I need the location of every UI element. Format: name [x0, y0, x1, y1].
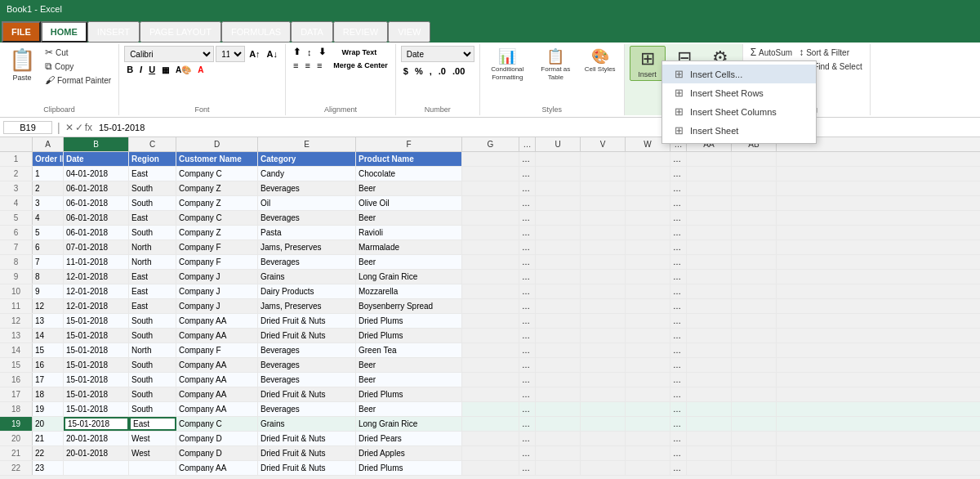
- cell-category[interactable]: Category: [258, 152, 356, 166]
- cell-product[interactable]: Dried Pears: [356, 432, 462, 445]
- cell-v[interactable]: [581, 196, 626, 210]
- cell-customer[interactable]: Company J: [176, 284, 258, 298]
- table-row[interactable]: 12 13 15-01-2018 South Company AA Dried …: [0, 314, 980, 329]
- align-middle-btn[interactable]: ↕: [305, 47, 314, 58]
- number-format-select[interactable]: Date: [401, 46, 474, 62]
- cell-ab[interactable]: [732, 152, 777, 166]
- cell-product[interactable]: Chocolate: [356, 167, 462, 181]
- cell-g[interactable]: [462, 402, 519, 416]
- cell-u[interactable]: [536, 152, 581, 166]
- cell-v[interactable]: [581, 373, 626, 387]
- cell-g[interactable]: [462, 387, 519, 401]
- cell-product[interactable]: Long Grain Rice: [356, 270, 462, 284]
- cell-category[interactable]: Dried Fruit & Nuts: [258, 387, 356, 401]
- cell-category[interactable]: Beverages: [258, 358, 356, 372]
- cell-u[interactable]: [536, 196, 581, 210]
- percent-btn[interactable]: %: [412, 65, 425, 77]
- border-btn[interactable]: ▦: [159, 65, 172, 75]
- cell-v[interactable]: [581, 270, 626, 284]
- col-header-d[interactable]: D: [176, 137, 258, 151]
- copy-button[interactable]: ⧉Copy: [42, 60, 114, 73]
- cell-product[interactable]: Dried Plums: [356, 314, 462, 328]
- cell-v[interactable]: [581, 314, 626, 328]
- col-header-v[interactable]: V: [581, 137, 626, 151]
- cell-w[interactable]: [626, 343, 670, 357]
- cell-date[interactable]: 12-01-2018: [64, 284, 129, 298]
- increase-decimal-btn[interactable]: .0: [436, 65, 448, 77]
- font-name-select[interactable]: Calibri: [124, 46, 214, 62]
- cell-product[interactable]: Mozzarella: [356, 284, 462, 298]
- italic-btn[interactable]: I: [137, 64, 145, 75]
- cell-customer[interactable]: Company J: [176, 270, 258, 284]
- cell-date[interactable]: 15-01-2018: [64, 329, 129, 342]
- cell-region[interactable]: [129, 461, 176, 475]
- tab-insert[interactable]: INSERT: [87, 21, 140, 43]
- cell-aa[interactable]: [687, 270, 732, 284]
- cell-ab[interactable]: [732, 358, 777, 372]
- font-size-select[interactable]: 11: [216, 46, 245, 62]
- cell-w[interactable]: [626, 299, 670, 313]
- cell-order-id[interactable]: 23: [33, 461, 64, 475]
- cell-product[interactable]: Dried Plums: [356, 461, 462, 475]
- table-row[interactable]: 4 3 06-01-2018 South Company Z Oil Olive…: [0, 196, 980, 211]
- cell-v[interactable]: [581, 461, 626, 475]
- cell-v[interactable]: [581, 432, 626, 445]
- menu-item-insert-cells[interactable]: ⊞ Insert Cells...: [662, 65, 816, 83]
- formula-input[interactable]: [96, 122, 977, 133]
- cell-region[interactable]: North: [129, 343, 176, 357]
- cell-date[interactable]: Date: [64, 152, 129, 166]
- cell-aa[interactable]: [687, 152, 732, 166]
- decrease-decimal-btn[interactable]: .00: [450, 65, 467, 77]
- cell-g[interactable]: [462, 284, 519, 298]
- cell-g[interactable]: [462, 240, 519, 254]
- table-row[interactable]: 16 17 15-01-2018 South Company AA Bevera…: [0, 373, 980, 387]
- cell-aa[interactable]: [687, 373, 732, 387]
- cell-date[interactable]: 07-01-2018: [64, 240, 129, 254]
- cell-ab[interactable]: [732, 387, 777, 401]
- cell-category[interactable]: Beverages: [258, 181, 356, 195]
- table-row[interactable]: 1 Order ID Date Region Customer Name Cat…: [0, 152, 980, 167]
- cell-order-id[interactable]: 16: [33, 358, 64, 372]
- cell-g[interactable]: [462, 167, 519, 181]
- tab-formulas[interactable]: FORMULAS: [221, 21, 291, 43]
- bold-btn[interactable]: B: [124, 64, 136, 75]
- cell-aa[interactable]: [687, 196, 732, 210]
- cell-g[interactable]: [462, 181, 519, 195]
- font-color-btn[interactable]: A: [195, 65, 206, 75]
- cell-product[interactable]: Green Tea: [356, 343, 462, 357]
- table-row[interactable]: 8 7 11-01-2018 North Company F Beverages…: [0, 255, 980, 270]
- underline-btn[interactable]: U: [146, 64, 158, 75]
- cell-date[interactable]: 06-01-2018: [64, 181, 129, 195]
- cell-v[interactable]: [581, 417, 626, 431]
- cell-aa[interactable]: [687, 402, 732, 416]
- cell-w[interactable]: [626, 402, 670, 416]
- cell-aa[interactable]: [687, 167, 732, 181]
- cell-product[interactable]: Beer: [356, 373, 462, 387]
- cell-g[interactable]: [462, 299, 519, 313]
- cell-ab[interactable]: [732, 417, 777, 431]
- cell-customer[interactable]: Company D: [176, 446, 258, 460]
- conditional-formatting-btn[interactable]: 📊 Conditional Formatting: [485, 46, 530, 83]
- cell-order-id[interactable]: 3: [33, 196, 64, 210]
- tab-home[interactable]: HOME: [41, 21, 87, 43]
- cell-order-id[interactable]: 7: [33, 255, 64, 269]
- cell-customer[interactable]: Company C: [176, 211, 258, 225]
- cell-v[interactable]: [581, 402, 626, 416]
- cell-region[interactable]: South: [129, 402, 176, 416]
- cell-category[interactable]: Beverages: [258, 402, 356, 416]
- cell-g[interactable]: [462, 270, 519, 284]
- table-row[interactable]: 5 4 06-01-2018 East Company C Beverages …: [0, 211, 980, 226]
- table-row[interactable]: 19 20 15-01-2018 East Company C Grains L…: [0, 417, 980, 432]
- cell-w[interactable]: [626, 329, 670, 342]
- cell-date[interactable]: 06-01-2018: [64, 226, 129, 239]
- format-painter-button[interactable]: 🖌Format Painter: [42, 74, 114, 87]
- cell-product[interactable]: Beer: [356, 211, 462, 225]
- cell-u[interactable]: [536, 402, 581, 416]
- cell-product[interactable]: Dried Apples: [356, 446, 462, 460]
- cell-u[interactable]: [536, 373, 581, 387]
- cell-category[interactable]: Beverages: [258, 373, 356, 387]
- col-header-b[interactable]: B: [64, 137, 129, 151]
- cell-aa[interactable]: [687, 255, 732, 269]
- cell-ab[interactable]: [732, 240, 777, 254]
- cell-g[interactable]: [462, 432, 519, 445]
